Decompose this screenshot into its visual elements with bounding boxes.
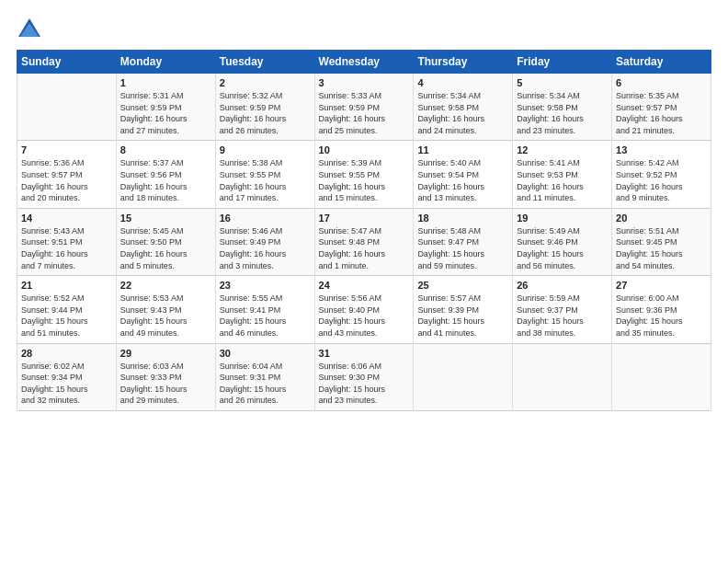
calendar-cell: 29Sunrise: 6:03 AM Sunset: 9:33 PM Dayli… bbox=[116, 343, 215, 410]
cell-info: Sunrise: 5:42 AM Sunset: 9:52 PM Dayligh… bbox=[616, 157, 707, 203]
calendar-cell: 3Sunrise: 5:33 AM Sunset: 9:59 PM Daylig… bbox=[314, 74, 414, 141]
cell-info: Sunrise: 6:04 AM Sunset: 9:31 PM Dayligh… bbox=[220, 361, 311, 407]
logo bbox=[17, 17, 46, 42]
day-number: 1 bbox=[120, 77, 211, 88]
cell-info: Sunrise: 5:46 AM Sunset: 9:49 PM Dayligh… bbox=[220, 225, 311, 271]
cell-info: Sunrise: 5:32 AM Sunset: 9:59 PM Dayligh… bbox=[220, 90, 311, 136]
day-number: 24 bbox=[319, 280, 410, 291]
calendar-cell: 19Sunrise: 5:49 AM Sunset: 9:46 PM Dayli… bbox=[513, 208, 612, 275]
cell-info: Sunrise: 5:38 AM Sunset: 9:55 PM Dayligh… bbox=[220, 157, 311, 203]
cell-info: Sunrise: 5:34 AM Sunset: 9:58 PM Dayligh… bbox=[417, 90, 508, 136]
cell-info: Sunrise: 5:43 AM Sunset: 9:51 PM Dayligh… bbox=[21, 225, 112, 271]
header-cell-saturday: Saturday bbox=[612, 51, 711, 74]
cell-info: Sunrise: 6:00 AM Sunset: 9:36 PM Dayligh… bbox=[616, 293, 707, 339]
day-number: 25 bbox=[417, 280, 508, 291]
calendar-cell: 9Sunrise: 5:38 AM Sunset: 9:55 PM Daylig… bbox=[215, 141, 314, 208]
day-number: 18 bbox=[417, 213, 508, 224]
cell-info: Sunrise: 5:39 AM Sunset: 9:55 PM Dayligh… bbox=[319, 157, 410, 203]
cell-info: Sunrise: 5:55 AM Sunset: 9:41 PM Dayligh… bbox=[220, 293, 311, 339]
page: SundayMondayTuesdayWednesdayThursdayFrid… bbox=[0, 0, 728, 563]
calendar-cell: 7Sunrise: 5:36 AM Sunset: 9:57 PM Daylig… bbox=[17, 141, 117, 208]
day-number: 21 bbox=[21, 280, 112, 291]
calendar-cell: 8Sunrise: 5:37 AM Sunset: 9:56 PM Daylig… bbox=[116, 141, 215, 208]
cell-info: Sunrise: 5:36 AM Sunset: 9:57 PM Dayligh… bbox=[21, 157, 112, 203]
day-number: 4 bbox=[417, 77, 508, 88]
week-row-2: 7Sunrise: 5:36 AM Sunset: 9:57 PM Daylig… bbox=[17, 141, 711, 208]
cell-info: Sunrise: 5:56 AM Sunset: 9:40 PM Dayligh… bbox=[319, 293, 410, 339]
calendar-cell bbox=[17, 74, 117, 141]
calendar-cell: 16Sunrise: 5:46 AM Sunset: 9:49 PM Dayli… bbox=[215, 208, 314, 275]
logo-icon bbox=[17, 17, 42, 42]
calendar-cell bbox=[612, 343, 711, 410]
header-cell-monday: Monday bbox=[116, 51, 215, 74]
calendar-cell: 27Sunrise: 6:00 AM Sunset: 9:36 PM Dayli… bbox=[612, 276, 711, 343]
cell-info: Sunrise: 5:51 AM Sunset: 9:45 PM Dayligh… bbox=[616, 225, 707, 271]
day-number: 30 bbox=[220, 348, 311, 359]
week-row-4: 21Sunrise: 5:52 AM Sunset: 9:44 PM Dayli… bbox=[17, 276, 711, 343]
cell-info: Sunrise: 5:45 AM Sunset: 9:50 PM Dayligh… bbox=[120, 225, 211, 271]
calendar-cell bbox=[513, 343, 612, 410]
day-number: 26 bbox=[517, 280, 608, 291]
day-number: 29 bbox=[120, 348, 211, 359]
day-number: 19 bbox=[517, 213, 608, 224]
cell-info: Sunrise: 5:53 AM Sunset: 9:43 PM Dayligh… bbox=[120, 293, 211, 339]
cell-info: Sunrise: 5:41 AM Sunset: 9:53 PM Dayligh… bbox=[517, 157, 608, 203]
cell-info: Sunrise: 5:31 AM Sunset: 9:59 PM Dayligh… bbox=[120, 90, 211, 136]
day-number: 17 bbox=[319, 213, 410, 224]
calendar-cell: 31Sunrise: 6:06 AM Sunset: 9:30 PM Dayli… bbox=[314, 343, 414, 410]
calendar-cell: 12Sunrise: 5:41 AM Sunset: 9:53 PM Dayli… bbox=[513, 141, 612, 208]
day-number: 9 bbox=[220, 144, 311, 155]
calendar-cell: 13Sunrise: 5:42 AM Sunset: 9:52 PM Dayli… bbox=[612, 141, 711, 208]
cell-info: Sunrise: 6:03 AM Sunset: 9:33 PM Dayligh… bbox=[120, 361, 211, 407]
week-row-5: 28Sunrise: 6:02 AM Sunset: 9:34 PM Dayli… bbox=[17, 343, 711, 410]
cell-info: Sunrise: 5:35 AM Sunset: 9:57 PM Dayligh… bbox=[616, 90, 707, 136]
calendar-cell: 5Sunrise: 5:34 AM Sunset: 9:58 PM Daylig… bbox=[513, 74, 612, 141]
day-number: 10 bbox=[319, 144, 410, 155]
cell-info: Sunrise: 5:52 AM Sunset: 9:44 PM Dayligh… bbox=[21, 293, 112, 339]
week-row-3: 14Sunrise: 5:43 AM Sunset: 9:51 PM Dayli… bbox=[17, 208, 711, 275]
day-number: 31 bbox=[319, 348, 410, 359]
cell-info: Sunrise: 5:49 AM Sunset: 9:46 PM Dayligh… bbox=[517, 225, 608, 271]
week-row-1: 1Sunrise: 5:31 AM Sunset: 9:59 PM Daylig… bbox=[17, 74, 711, 141]
calendar-cell: 15Sunrise: 5:45 AM Sunset: 9:50 PM Dayli… bbox=[116, 208, 215, 275]
day-number: 2 bbox=[220, 77, 311, 88]
calendar-cell: 30Sunrise: 6:04 AM Sunset: 9:31 PM Dayli… bbox=[215, 343, 314, 410]
calendar-cell: 4Sunrise: 5:34 AM Sunset: 9:58 PM Daylig… bbox=[414, 74, 513, 141]
header bbox=[17, 17, 711, 42]
calendar-cell: 10Sunrise: 5:39 AM Sunset: 9:55 PM Dayli… bbox=[314, 141, 414, 208]
calendar-cell: 6Sunrise: 5:35 AM Sunset: 9:57 PM Daylig… bbox=[612, 74, 711, 141]
day-number: 13 bbox=[616, 144, 707, 155]
day-number: 27 bbox=[616, 280, 707, 291]
day-number: 11 bbox=[417, 144, 508, 155]
day-number: 16 bbox=[220, 213, 311, 224]
day-number: 28 bbox=[21, 348, 112, 359]
cell-info: Sunrise: 5:47 AM Sunset: 9:48 PM Dayligh… bbox=[319, 225, 410, 271]
day-number: 14 bbox=[21, 213, 112, 224]
day-number: 12 bbox=[517, 144, 608, 155]
calendar-cell: 17Sunrise: 5:47 AM Sunset: 9:48 PM Dayli… bbox=[314, 208, 414, 275]
header-cell-wednesday: Wednesday bbox=[314, 51, 414, 74]
cell-info: Sunrise: 5:59 AM Sunset: 9:37 PM Dayligh… bbox=[517, 293, 608, 339]
calendar-cell: 18Sunrise: 5:48 AM Sunset: 9:47 PM Dayli… bbox=[414, 208, 513, 275]
day-number: 6 bbox=[616, 77, 707, 88]
calendar-cell: 2Sunrise: 5:32 AM Sunset: 9:59 PM Daylig… bbox=[215, 74, 314, 141]
day-number: 7 bbox=[21, 144, 112, 155]
header-cell-sunday: Sunday bbox=[17, 51, 117, 74]
day-number: 20 bbox=[616, 213, 707, 224]
cell-info: Sunrise: 5:37 AM Sunset: 9:56 PM Dayligh… bbox=[120, 157, 211, 203]
cell-info: Sunrise: 5:40 AM Sunset: 9:54 PM Dayligh… bbox=[417, 157, 508, 203]
calendar-cell: 24Sunrise: 5:56 AM Sunset: 9:40 PM Dayli… bbox=[314, 276, 414, 343]
calendar-cell: 26Sunrise: 5:59 AM Sunset: 9:37 PM Dayli… bbox=[513, 276, 612, 343]
calendar-cell: 28Sunrise: 6:02 AM Sunset: 9:34 PM Dayli… bbox=[17, 343, 117, 410]
calendar-cell: 14Sunrise: 5:43 AM Sunset: 9:51 PM Dayli… bbox=[17, 208, 117, 275]
calendar-cell: 25Sunrise: 5:57 AM Sunset: 9:39 PM Dayli… bbox=[414, 276, 513, 343]
calendar-cell: 20Sunrise: 5:51 AM Sunset: 9:45 PM Dayli… bbox=[612, 208, 711, 275]
day-number: 22 bbox=[120, 280, 211, 291]
header-cell-tuesday: Tuesday bbox=[215, 51, 314, 74]
calendar-cell: 22Sunrise: 5:53 AM Sunset: 9:43 PM Dayli… bbox=[116, 276, 215, 343]
day-number: 15 bbox=[120, 213, 211, 224]
calendar-cell bbox=[414, 343, 513, 410]
day-number: 23 bbox=[220, 280, 311, 291]
day-number: 8 bbox=[120, 144, 211, 155]
cell-info: Sunrise: 5:34 AM Sunset: 9:58 PM Dayligh… bbox=[517, 90, 608, 136]
